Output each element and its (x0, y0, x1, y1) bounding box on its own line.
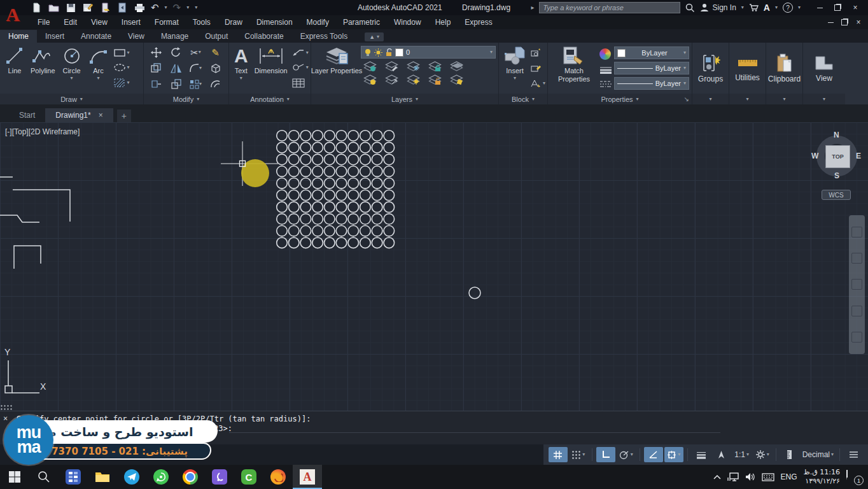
grid-toggle[interactable] (549, 447, 568, 462)
viewcube-top-face[interactable]: TOP (825, 145, 850, 168)
ribbon-tab-output[interactable]: Output (197, 30, 236, 43)
redo-dropdown[interactable]: ▾ (186, 5, 189, 10)
insert-button[interactable]: Insert ▾ (501, 44, 528, 92)
tray-chevron-icon[interactable] (713, 474, 721, 479)
multileader-icon[interactable] (292, 63, 305, 71)
match-properties-button[interactable]: Match Properties (550, 44, 598, 92)
help-dropdown[interactable]: ▾ (798, 5, 801, 10)
full-navigation-wheel-icon[interactable] (851, 227, 862, 237)
clipboard-panel-expand[interactable]: ▾ (766, 94, 802, 104)
lineweight-selector[interactable]: ByLayer ▾ (614, 62, 689, 74)
block-more-dropdown[interactable]: ▾ (543, 81, 545, 86)
touch-keyboard-icon[interactable] (762, 473, 774, 481)
linetype-icon[interactable] (599, 80, 612, 88)
insert-dropdown[interactable]: ▾ (514, 76, 516, 81)
polar-dropdown[interactable]: ▾ (631, 452, 633, 457)
create-block-icon[interactable] (530, 48, 542, 57)
array-icon[interactable] (190, 80, 199, 89)
menu-parametric[interactable]: Parametric (336, 18, 387, 27)
menu-dimension[interactable]: Dimension (249, 18, 300, 27)
single-circle-entity[interactable] (469, 287, 480, 299)
menu-draw[interactable]: Draw (218, 18, 249, 27)
drawing-canvas[interactable]: Y X [-][Top][2D Wireframe] N W E S TOP W… (0, 122, 868, 411)
workspace-dropdown[interactable]: ▾ (767, 452, 769, 457)
print-icon[interactable] (134, 2, 145, 13)
stretch-icon[interactable] (151, 80, 162, 89)
text-button[interactable]: A Text ▾ (232, 44, 251, 92)
polar-tracking-toggle[interactable]: ▾ (617, 447, 636, 462)
app-store-cart-icon[interactable] (749, 3, 759, 12)
layer-edit-icon[interactable] (385, 60, 398, 72)
ribbon-tab-manage[interactable]: Manage (153, 30, 197, 43)
ribbon-tab-annotate[interactable]: Annotate (73, 30, 120, 43)
mirror-icon[interactable] (171, 64, 182, 73)
leader-dropdown[interactable]: ▾ (306, 50, 309, 55)
properties-panel-title[interactable]: Properties▾↘ (548, 94, 692, 104)
lineweight-icon[interactable] (599, 66, 612, 74)
ribbon-tab-view[interactable]: View (120, 30, 153, 43)
new-file-icon[interactable] (31, 2, 42, 13)
doc-restore-button[interactable] (837, 17, 851, 28)
doc-close-button[interactable]: × (851, 17, 865, 28)
annotation-scale-selector[interactable]: 1:1▾ (732, 447, 752, 462)
text-dropdown[interactable]: ▾ (240, 76, 242, 81)
language-indicator[interactable]: ENG (781, 472, 797, 481)
linetype-selector[interactable]: ByLayer ▾ (614, 77, 689, 90)
action-center-button[interactable]: 1 (846, 471, 862, 483)
whatsapp-app-icon[interactable] (146, 465, 176, 489)
draw-panel-title[interactable]: Draw▾ (0, 94, 143, 104)
layers-panel-title[interactable]: Layers▾ (311, 94, 498, 104)
workspace-switching[interactable]: ▾ (753, 447, 772, 462)
units-selector[interactable]: Decimal▾ (801, 447, 836, 462)
scale-icon[interactable] (171, 79, 181, 89)
menu-format[interactable]: Format (148, 18, 186, 27)
menu-help[interactable]: Help (428, 18, 458, 27)
chrome-app-icon[interactable] (176, 465, 205, 489)
autocad-app-logo[interactable]: A (0, 0, 25, 29)
leader-icon[interactable] (292, 48, 305, 57)
viewport-controls-label[interactable]: [-][Top][2D Wireframe] (5, 127, 80, 136)
annotation-visibility-toggle[interactable] (712, 447, 731, 462)
ribbon-tab-insert[interactable]: Insert (37, 30, 73, 43)
viewcube-west[interactable]: W (811, 152, 818, 160)
volume-icon[interactable] (745, 472, 755, 481)
showmotion-icon[interactable] (851, 332, 862, 343)
doc-tab-close-icon[interactable]: × (99, 111, 103, 120)
offset-icon[interactable] (210, 80, 221, 89)
circle-grid[interactable] (277, 131, 395, 248)
menu-view[interactable]: View (84, 18, 115, 27)
array-dropdown[interactable]: ▾ (199, 82, 202, 87)
ellipse-icon[interactable] (113, 63, 126, 72)
ribbon-tab-home[interactable]: Home (0, 30, 37, 43)
dimension-button[interactable]: Dimension (252, 44, 290, 92)
menu-modify[interactable]: Modify (300, 18, 336, 27)
menu-file[interactable]: File (31, 18, 57, 27)
explode-icon[interactable] (211, 63, 221, 73)
wcs-button[interactable]: WCS (822, 190, 851, 200)
start-button[interactable] (0, 465, 29, 489)
firefox-app-icon[interactable] (263, 465, 293, 489)
viewcube[interactable]: N W E S TOP (813, 132, 861, 180)
network-icon[interactable] (727, 472, 739, 481)
layer-off-icon[interactable] (363, 74, 377, 85)
block-panel-title[interactable]: Block▾ (499, 94, 547, 104)
hatch-dropdown[interactable]: ▾ (127, 80, 130, 85)
minimize-button[interactable] (811, 1, 829, 15)
rotate-icon[interactable] (171, 47, 181, 58)
layer-match-icon[interactable] (450, 74, 463, 85)
new-drawing-tab-button[interactable]: + (117, 110, 131, 122)
layer-on-bulb-icon[interactable] (364, 48, 372, 57)
orbit-icon[interactable] (851, 306, 862, 316)
snap-toggle[interactable]: ▾ (569, 447, 588, 462)
clock[interactable]: 11:16 ق.ظ ۱۳۹۹/۱۲/۲۶ (804, 468, 840, 486)
open-folder-icon[interactable] (48, 2, 59, 13)
search-input[interactable] (539, 2, 680, 13)
circle-button[interactable]: Circle ▾ (59, 44, 85, 92)
ribbon-tab-collaborate[interactable]: Collaborate (236, 30, 291, 43)
autodesk-a-icon[interactable]: A (764, 3, 770, 13)
multileader-dropdown[interactable]: ▾ (306, 65, 309, 70)
redo-icon[interactable]: ↷ (173, 2, 181, 13)
pan-icon[interactable] (851, 253, 862, 264)
doc-tab-start[interactable]: Start (9, 108, 45, 122)
layer-selector-dropdown[interactable]: ▾ (490, 50, 493, 55)
